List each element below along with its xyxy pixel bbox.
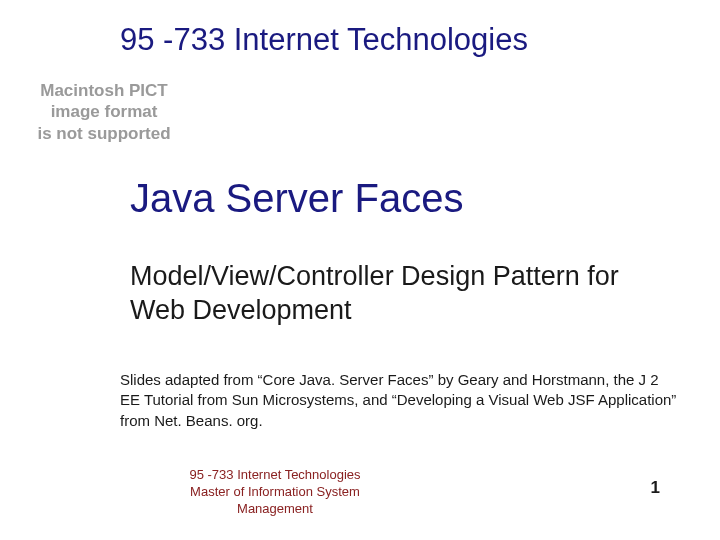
pict-warning: Macintosh PICT image format is not suppo…: [24, 80, 184, 144]
footer-program: Master of Information System Management: [155, 484, 395, 518]
course-title: 95 -733 Internet Technologies: [120, 22, 690, 58]
slide: 95 -733 Internet Technologies Macintosh …: [0, 0, 720, 540]
slide-title: Java Server Faces: [130, 176, 463, 221]
slide-subtitle: Model/View/Controller Design Pattern for…: [130, 260, 660, 328]
pict-warning-line2: image format: [24, 101, 184, 122]
page-number: 1: [651, 478, 660, 498]
pict-warning-line1: Macintosh PICT: [24, 80, 184, 101]
footer-left: 95 -733 Internet Technologies Master of …: [155, 467, 395, 518]
footer-course: 95 -733 Internet Technologies: [155, 467, 395, 484]
pict-warning-line3: is not supported: [24, 123, 184, 144]
slide-credits: Slides adapted from “Core Java. Server F…: [120, 370, 680, 431]
